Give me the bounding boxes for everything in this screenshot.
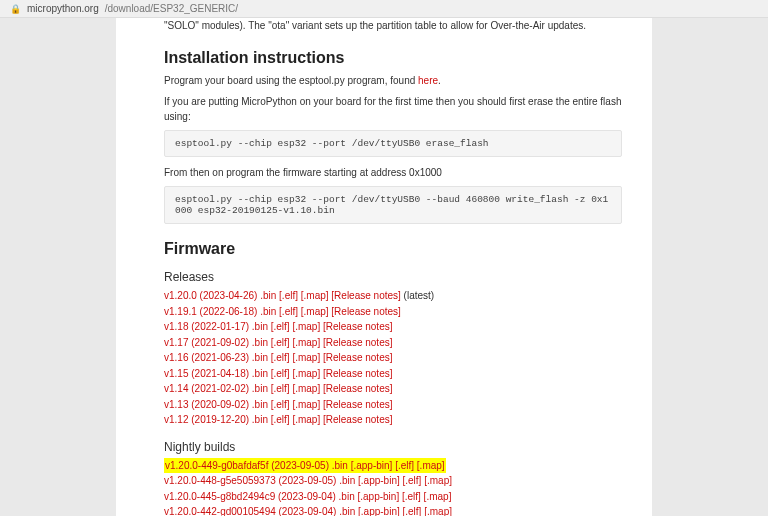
install-line1: Program your board using the esptool.py … [164,73,622,88]
firmware-nightly-list: v1.20.0-449-g0bafdaf5f (2023-09-05) .bin… [164,458,622,517]
here-link[interactable]: here [418,75,438,86]
release-line: v1.17 (2021-09-02) .bin [.elf] [.map] [R… [164,335,622,351]
nightly-line: v1.20.0-448-g5e5059373 (2023-09-05) .bin… [164,473,622,489]
release-line: v1.16 (2021-06-23) .bin [.elf] [.map] [R… [164,350,622,366]
release-bin-link[interactable]: v1.13 (2020-09-02) .bin [164,399,268,410]
highlighted-nightly: v1.20.0-449-g0bafdaf5f (2023-09-05) .bin… [164,458,446,474]
release-extra-links[interactable]: [.elf] [.map] [268,399,323,410]
erase-flash-cmd: esptool.py --chip esp32 --port /dev/ttyU… [164,130,622,157]
install-line3: From then on program the firmware starti… [164,165,622,180]
intro-tail: "SOLO" modules). The "ota" variant sets … [164,18,622,33]
release-extra-links[interactable]: [.elf] [.map] [268,414,323,425]
release-line: v1.14 (2021-02-02) .bin [.elf] [.map] [R… [164,381,622,397]
release-line: v1.15 (2021-04-18) .bin [.elf] [.map] [R… [164,366,622,382]
release-bin-link[interactable]: v1.15 (2021-04-18) .bin [164,368,268,379]
nightly-line: v1.20.0-449-g0bafdaf5f (2023-09-05) .bin… [164,458,622,474]
release-line: v1.20.0 (2023-04-26) .bin [.elf] [.map] … [164,288,622,304]
release-notes-link[interactable]: [Release notes] [323,337,393,348]
nightly-line: v1.20.0-445-g8bd2494c9 (2023-09-04) .bin… [164,489,622,505]
release-extra-links[interactable]: [.elf] [.map] [268,383,323,394]
release-notes-link[interactable]: [Release notes] [323,383,393,394]
release-line: v1.18 (2022-01-17) .bin [.elf] [.map] [R… [164,319,622,335]
url-host: micropython.org [27,3,99,14]
write-flash-cmd: esptool.py --chip esp32 --port /dev/ttyU… [164,186,622,224]
latest-badge: (latest) [401,290,434,301]
nightly-link[interactable]: v1.20.0-448-g5e5059373 (2023-09-05) .bin… [164,475,452,486]
release-bin-link[interactable]: v1.17 (2021-09-02) .bin [164,337,268,348]
lock-icon: 🔒 [10,4,21,14]
release-extra-links[interactable]: [.elf] [.map] [276,290,331,301]
release-extra-links[interactable]: [.elf] [.map] [268,352,323,363]
release-notes-link[interactable]: [Release notes] [323,368,393,379]
release-line: v1.13 (2020-09-02) .bin [.elf] [.map] [R… [164,397,622,413]
firmware-releases-list: v1.20.0 (2023-04-26) .bin [.elf] [.map] … [164,288,622,428]
install-line2: If you are putting MicroPython on your b… [164,94,622,124]
install-line1-post: . [438,75,441,86]
release-extra-links[interactable]: [.elf] [.map] [268,337,323,348]
nightly-link[interactable]: v1.20.0-449-g0bafdaf5f (2023-09-05) .bin… [165,460,445,471]
release-notes-link[interactable]: [Release notes] [331,290,401,301]
release-bin-link[interactable]: v1.14 (2021-02-02) .bin [164,383,268,394]
release-bin-link[interactable]: v1.18 (2022-01-17) .bin [164,321,268,332]
content: "SOLO" modules). The "ota" variant sets … [136,18,632,516]
release-bin-link[interactable]: v1.16 (2021-06-23) .bin [164,352,268,363]
nightly-label: Nightly builds [164,440,622,454]
release-line: v1.19.1 (2022-06-18) .bin [.elf] [.map] … [164,304,622,320]
install-heading: Installation instructions [164,49,622,67]
release-notes-link[interactable]: [Release notes] [323,321,393,332]
releases-label: Releases [164,270,622,284]
release-bin-link[interactable]: v1.19.1 (2022-06-18) .bin [164,306,276,317]
url-path: /download/ESP32_GENERIC/ [105,3,238,14]
url-bar: 🔒 micropython.org/download/ESP32_GENERIC… [0,0,768,18]
release-notes-link[interactable]: [Release notes] [323,352,393,363]
release-extra-links[interactable]: [.elf] [.map] [268,368,323,379]
release-notes-link[interactable]: [Release notes] [323,399,393,410]
page-container: "SOLO" modules). The "ota" variant sets … [116,18,652,516]
release-line: v1.12 (2019-12-20) .bin [.elf] [.map] [R… [164,412,622,428]
release-bin-link[interactable]: v1.20.0 (2023-04-26) .bin [164,290,276,301]
nightly-link[interactable]: v1.20.0-442-gd00105494 (2023-09-04) .bin… [164,506,452,516]
release-bin-link[interactable]: v1.12 (2019-12-20) .bin [164,414,268,425]
release-extra-links[interactable]: [.elf] [.map] [276,306,331,317]
release-notes-link[interactable]: [Release notes] [331,306,401,317]
release-notes-link[interactable]: [Release notes] [323,414,393,425]
nightly-link[interactable]: v1.20.0-445-g8bd2494c9 (2023-09-04) .bin… [164,491,451,502]
nightly-line: v1.20.0-442-gd00105494 (2023-09-04) .bin… [164,504,622,516]
install-line1-pre: Program your board using the esptool.py … [164,75,418,86]
firmware-heading: Firmware [164,240,622,258]
release-extra-links[interactable]: [.elf] [.map] [268,321,323,332]
